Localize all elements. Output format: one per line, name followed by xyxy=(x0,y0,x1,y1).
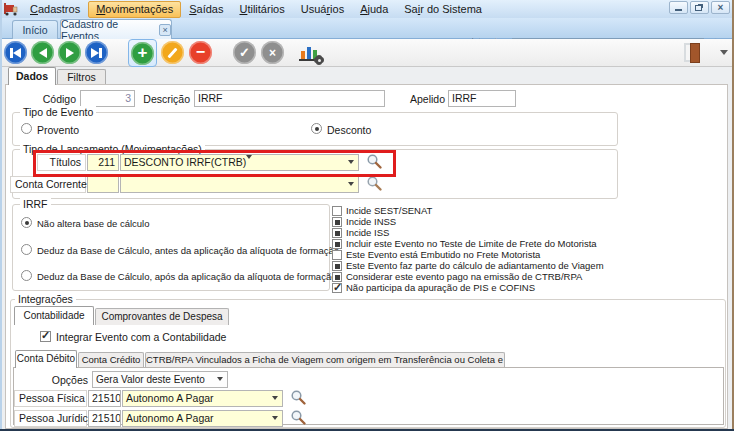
tab-cadastro-de-eventos[interactable]: Cadastro de Eventos × xyxy=(60,19,172,39)
last-record-icon xyxy=(99,48,102,58)
add-button-focus-ring: + xyxy=(128,39,157,67)
tipo-de-evento-group: Tipo de Evento Provento Desconto xyxy=(12,112,618,146)
minus-icon: − xyxy=(196,47,205,57)
cancel-button[interactable]: × xyxy=(261,41,284,64)
conta-corrente-combo-arrow-icon[interactable] xyxy=(348,182,354,186)
flag-checkbox-4[interactable] xyxy=(332,250,342,260)
pessoa-fisica-combo-arrow-icon[interactable] xyxy=(272,396,278,400)
irrf-option-radio-2[interactable] xyxy=(21,270,32,281)
tab-inicio[interactable]: Início xyxy=(12,20,58,39)
menu-movimentações[interactable]: Movimentações xyxy=(88,1,181,18)
window-controls: × xyxy=(669,1,730,14)
pessoa-fisica-search-icon[interactable] xyxy=(290,389,307,406)
flag-row-7[interactable]: Não participa da apuração de PIS e COFIN… xyxy=(332,283,535,294)
first-record-icon-arrow xyxy=(13,48,21,58)
tab-conta-crédito[interactable]: Conta Crédito xyxy=(78,352,144,367)
conta-corrente-code-field[interactable] xyxy=(87,176,119,193)
opcoes-label: Opções xyxy=(30,374,88,386)
pessoa-fisica-code-field[interactable]: 21510 xyxy=(88,390,121,407)
tab-filtros[interactable]: Filtros xyxy=(57,69,106,85)
restore-icon xyxy=(695,5,702,11)
toolbar-overflow-caret-icon[interactable] xyxy=(720,50,728,55)
opcoes-select-arrow-icon[interactable] xyxy=(217,377,223,381)
pencil-icon xyxy=(167,47,177,58)
pessoa-juridica-label: Pessoa Jurídica xyxy=(14,410,87,427)
report-chart-button[interactable] xyxy=(298,42,324,64)
tipo-de-evento-legend: Tipo de Evento xyxy=(20,106,96,118)
last-record-icon-arrow xyxy=(91,48,99,58)
toolbar: + − ✓ × xyxy=(0,39,734,67)
tab-conta-débito[interactable]: Conta Débito xyxy=(15,350,77,368)
window-edge-left xyxy=(0,0,2,431)
irrf-option-label-2: Deduz da Base de Cálculo, após da aplica… xyxy=(37,271,336,282)
flag-label-4: Este Evento está Embutido no Frete Motor… xyxy=(346,250,540,260)
apelido-field[interactable]: IRRF xyxy=(448,90,516,107)
integrar-contabilidade-checkbox[interactable] xyxy=(40,331,51,342)
flag-checkbox-0[interactable] xyxy=(332,206,342,216)
minimize-button[interactable] xyxy=(669,1,688,14)
menu-ajuda[interactable]: Ajuda xyxy=(352,1,396,18)
irrf-option-label-0: Não altera base de cálculo xyxy=(37,218,150,229)
flag-checkbox-7[interactable] xyxy=(332,283,342,293)
add-button[interactable]: + xyxy=(131,42,154,65)
flag-label-0: Incide SEST/SENAT xyxy=(346,206,432,216)
pessoa-juridica-search-icon[interactable] xyxy=(290,409,307,426)
pessoa-fisica-label: Pessoa Física xyxy=(14,390,87,407)
pessoa-fisica-combo[interactable]: Autonomo A Pagar xyxy=(122,390,283,407)
close-icon: × xyxy=(718,3,724,13)
codigo-label: Código xyxy=(10,93,76,105)
exit-button[interactable] xyxy=(684,43,702,63)
tab-ctrb/rpa-vinculados[interactable]: CTRB/RPA Vinculados a Ficha de Viagem co… xyxy=(145,352,505,367)
pessoa-juridica-combo-value: Autonomo A Pagar xyxy=(126,412,214,424)
irrf-option-radio-1[interactable] xyxy=(21,244,32,255)
opcoes-select-value: Gera Valor deste Evento xyxy=(96,374,205,385)
first-record-button[interactable] xyxy=(4,41,27,64)
flag-label-2: Incide ISS xyxy=(346,228,389,238)
irrf-option-radio-0[interactable] xyxy=(21,217,32,228)
flag-checkbox-5[interactable] xyxy=(332,261,342,271)
chart-bar-blue xyxy=(307,47,311,59)
last-record-button[interactable] xyxy=(85,41,108,64)
tab-comprovantes-de-despesa[interactable]: Comprovantes de Despesa xyxy=(95,308,229,325)
menu-sair-do-sistema[interactable]: Sair do Sistema xyxy=(396,1,490,18)
codigo-field[interactable]: 3 xyxy=(80,90,135,107)
minimize-icon xyxy=(675,9,682,11)
desconto-radio[interactable] xyxy=(311,123,322,134)
menu-utilitários[interactable]: Utilitários xyxy=(231,1,292,18)
provento-radio[interactable] xyxy=(21,123,32,134)
tab-contabilidade[interactable]: Contabilidade xyxy=(14,306,94,325)
next-record-button[interactable] xyxy=(58,41,81,64)
restore-button[interactable] xyxy=(690,1,709,14)
menu-cadastros[interactable]: Cadastros xyxy=(22,1,88,18)
integracoes-legend: Integrações xyxy=(15,293,76,305)
pessoa-juridica-combo-arrow-icon[interactable] xyxy=(272,416,278,420)
opcoes-select[interactable]: Gera Valor deste Evento xyxy=(92,371,228,388)
apelido-label: Apelido xyxy=(405,93,445,105)
flag-checkbox-2[interactable] xyxy=(332,228,342,238)
conta-corrente-label: Conta Corrente xyxy=(10,176,86,193)
menu-usuários[interactable]: Usuários xyxy=(293,1,352,18)
tab-eventos-label: Cadastro de Eventos xyxy=(61,18,154,42)
conta-corrente-combo[interactable] xyxy=(120,176,359,193)
document-tab-strip: Início Cadastro de Eventos × ♥ ★ xyxy=(0,18,734,39)
tab-dados[interactable]: Dados xyxy=(8,67,56,85)
delete-button[interactable]: − xyxy=(189,41,212,64)
tab-close-icon[interactable]: × xyxy=(159,24,171,36)
pessoa-juridica-code-field[interactable]: 21510 xyxy=(88,410,121,427)
titulos-highlight-box xyxy=(33,150,396,177)
previous-icon xyxy=(39,48,47,58)
chart-bar-orange xyxy=(301,51,305,59)
previous-record-button[interactable] xyxy=(31,41,54,64)
flag-checkbox-1[interactable] xyxy=(332,217,342,227)
provento-label: Provento xyxy=(37,124,79,136)
flag-checkbox-3[interactable] xyxy=(332,239,342,249)
confirm-button[interactable]: ✓ xyxy=(233,41,256,64)
edit-button[interactable] xyxy=(161,41,184,64)
conta-corrente-search-icon[interactable] xyxy=(366,175,383,192)
irrf-option-label-1: Deduz da Base de Cálculo, antes da aplic… xyxy=(37,245,339,256)
pessoa-juridica-combo[interactable]: Autonomo A Pagar xyxy=(122,410,283,427)
menu-saídas[interactable]: Saídas xyxy=(181,1,231,18)
close-button[interactable]: × xyxy=(711,1,730,14)
descricao-field[interactable]: IRRF xyxy=(194,90,385,107)
flag-label-5: Este Evento faz parte do cálculo de adia… xyxy=(346,261,604,271)
